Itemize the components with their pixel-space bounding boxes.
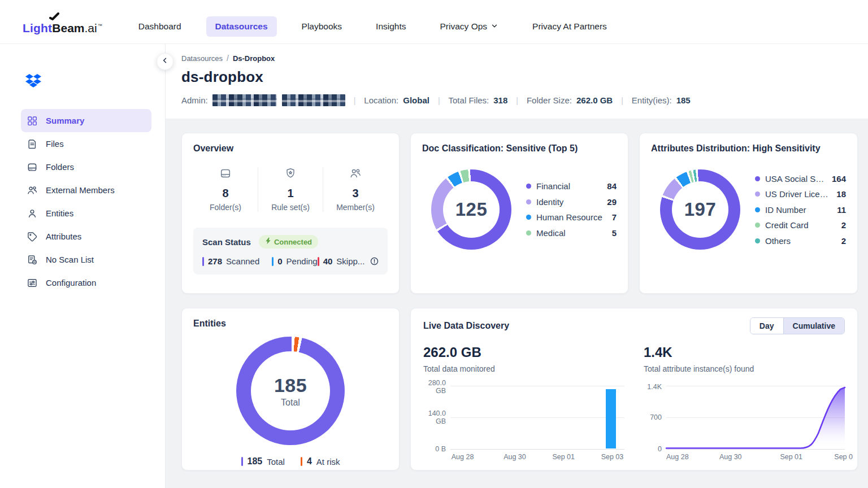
sidebar-item-external-members[interactable]: External Members xyxy=(21,178,151,202)
nav-item-privacy-ops[interactable]: Privacy Ops xyxy=(431,16,508,37)
nav-item-insights[interactable]: Insights xyxy=(367,16,415,37)
overview-card: Overview 8 Folder(s) 1 Rule set(s) xyxy=(181,133,400,294)
donut-center-value: 125 xyxy=(455,199,488,220)
legend-row: Identity29 xyxy=(526,194,617,210)
page-header: Datasources / Ds-Dropbox ds-dropbox Admi… xyxy=(166,44,868,119)
shield-star-icon xyxy=(284,167,297,180)
drive-icon xyxy=(219,167,232,180)
legend-row: Others2 xyxy=(755,233,846,249)
no-scan-icon xyxy=(27,254,38,265)
nav-item-datasources[interactable]: Datasources xyxy=(206,16,277,37)
stat-rule-sets: 1 Rule set(s) xyxy=(258,167,323,212)
chevron-left-icon xyxy=(161,56,169,67)
admin-value-redacted xyxy=(212,94,345,106)
sidebar-item-folders[interactable]: Folders xyxy=(21,155,151,178)
sidebar: Summary Files Folders External Members E… xyxy=(0,44,166,488)
sidebar-item-entities[interactable]: Entities xyxy=(21,202,151,225)
doc-classification-card: Doc Classification: Sensitive (Top 5) 12… xyxy=(410,133,628,294)
people-icon xyxy=(27,185,38,196)
legend-row: Human Resource7 xyxy=(526,210,617,225)
sidebar-item-attributes[interactable]: Attributes xyxy=(21,225,151,248)
configuration-icon xyxy=(27,277,38,289)
legend-row: USA Social Security...164 xyxy=(755,171,846,186)
attribute-instances-headline: 1.4K xyxy=(644,345,845,360)
legend-row: Financial84 xyxy=(526,178,617,194)
scan-stat-skipped: 40 Skipp... xyxy=(318,256,380,266)
datasource-meta: Admin: | Location: Global | Total Files:… xyxy=(181,94,868,106)
breadcrumb-current: Ds-Dropbox xyxy=(233,54,275,63)
donut-center-label: Total xyxy=(281,398,300,408)
page-title: ds-dropbox xyxy=(181,68,868,86)
legend-dot xyxy=(755,207,760,212)
doc-classification-legend: Financial84 Identity29 Human Resource7 M… xyxy=(526,178,617,241)
logo-trademark: ™ xyxy=(98,23,102,28)
attributes-distribution-card: Attributes Distribution: High Sensitivit… xyxy=(639,133,858,294)
attribute-instances-chart: 1.4K 700 0 xyxy=(644,386,845,449)
stat-folders: 8 Folder(s) xyxy=(193,167,258,212)
scan-counts: 278 Scanned 0 Pending 40 S xyxy=(202,256,379,266)
dashboard-content: Overview 8 Folder(s) 1 Rule set(s) xyxy=(166,119,868,488)
legend-row: US Driver License18 xyxy=(755,186,846,202)
entities-at-risk: 4 At risk xyxy=(301,456,340,467)
entities-legend: 185 Total 4 At risk xyxy=(193,456,388,467)
donut-hole: 197 xyxy=(672,181,728,238)
breadcrumb-datasources[interactable]: Datasources xyxy=(181,54,223,63)
scan-stat-pending: 0 Pending xyxy=(272,256,317,266)
attributes-distribution-legend: USA Social Security...164 US Driver Lice… xyxy=(755,171,846,249)
scan-status-label: Scan Status xyxy=(202,237,251,247)
attribute-instances-area[interactable] xyxy=(666,386,845,449)
legend-row: Credit Card2 xyxy=(755,217,846,233)
sidebar-item-summary[interactable]: Summary xyxy=(21,109,151,132)
sidebar-collapse-button[interactable] xyxy=(157,53,173,70)
toggle-cumulative[interactable]: Cumulative xyxy=(783,318,844,334)
admin-label: Admin: xyxy=(181,95,208,105)
attributes-distribution-donut[interactable]: 197 xyxy=(660,169,740,250)
entities-total: 185 Total xyxy=(241,456,285,467)
lightning-icon xyxy=(265,237,271,246)
top-nav: LightBeam.ai™ Dashboard Datasources Play… xyxy=(0,0,868,44)
legend-dot xyxy=(526,230,531,236)
main-nav: Dashboard Datasources Playbooks Insights… xyxy=(129,16,616,37)
overview-stats: 8 Folder(s) 1 Rule set(s) 3 Member(s) xyxy=(193,167,388,212)
entities-count-value: 185 xyxy=(676,95,691,105)
drive-icon xyxy=(27,162,38,173)
sidebar-item-files[interactable]: Files xyxy=(21,132,151,155)
live-data-discovery-title: Live Data Discovery xyxy=(423,321,509,331)
legend-dot xyxy=(755,176,760,181)
logo-text-ai: .ai xyxy=(85,21,97,35)
attribute-instances-subtitle: Total attribute instance(s) found xyxy=(644,364,845,373)
data-monitored-subtitle: Total data monitored xyxy=(423,364,624,373)
toggle-day[interactable]: Day xyxy=(750,318,783,334)
chevron-down-icon xyxy=(491,21,498,32)
scan-stat-scanned: 278 Scanned xyxy=(202,256,259,266)
sidebar-item-no-scan-list[interactable]: No Scan List xyxy=(21,248,151,271)
nav-item-dashboard[interactable]: Dashboard xyxy=(129,16,190,37)
file-icon xyxy=(27,138,38,150)
nav-item-privacy-at-partners[interactable]: Privacy At Partners xyxy=(523,16,616,37)
overview-title: Overview xyxy=(193,143,388,154)
live-data-discovery-card: Live Data Discovery Day Cumulative 262.0… xyxy=(410,308,858,470)
sidebar-item-configuration[interactable]: Configuration xyxy=(21,271,151,294)
lightbeam-logo[interactable]: LightBeam.ai™ xyxy=(23,18,102,35)
people-icon xyxy=(349,167,362,180)
location-value: Global xyxy=(403,95,429,105)
entities-donut[interactable]: 185 Total xyxy=(236,337,345,445)
folder-size-value: 262.0 GB xyxy=(576,95,613,105)
attributes-distribution-title: Attributes Distribution: High Sensitivit… xyxy=(651,143,846,154)
legend-row: Medical5 xyxy=(526,225,617,241)
connected-badge: Connected xyxy=(259,235,318,249)
day-cumulative-toggle: Day Cumulative xyxy=(750,317,845,334)
total-files-label: Total Files: xyxy=(449,95,489,105)
alert-icon[interactable] xyxy=(370,256,379,266)
sidebar-menu: Summary Files Folders External Members E… xyxy=(0,109,165,294)
logo-text-beam: Beam xyxy=(52,21,84,35)
nav-item-playbooks[interactable]: Playbooks xyxy=(293,16,351,37)
stat-members: 3 Member(s) xyxy=(323,167,388,212)
doc-classification-donut[interactable]: 125 xyxy=(431,169,511,250)
person-icon xyxy=(27,208,38,219)
donut-center-value: 197 xyxy=(684,199,717,220)
donut-hole: 185 Total xyxy=(251,351,330,430)
legend-dot xyxy=(526,184,531,189)
legend-dot xyxy=(755,191,760,197)
data-monitored-bar[interactable] xyxy=(606,389,616,448)
